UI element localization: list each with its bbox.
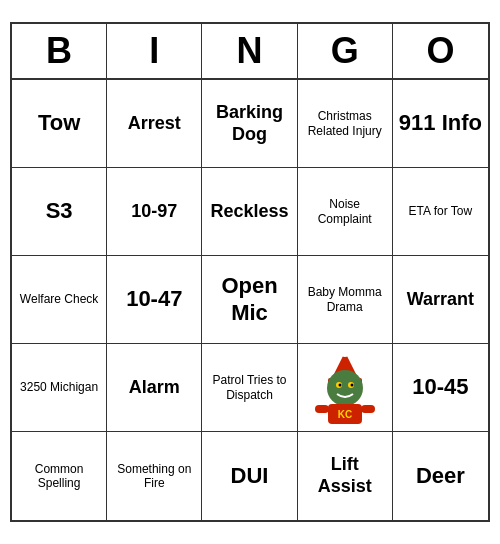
cell-text: Barking Dog [206, 102, 292, 145]
bingo-cell: 10-47 [107, 256, 202, 344]
bingo-cell: Tow [12, 80, 107, 168]
header-letter: I [107, 24, 202, 78]
cell-text: Warrant [407, 289, 474, 311]
bingo-cell: S3 [12, 168, 107, 256]
svg-point-3 [327, 370, 363, 406]
bingo-cell: Patrol Tries to Dispatch [202, 344, 297, 432]
cell-text: Noise Complaint [302, 197, 388, 226]
bingo-cell: KC [298, 344, 393, 432]
cell-text: Tow [38, 110, 80, 136]
header-letter: O [393, 24, 488, 78]
bingo-cell: Something on Fire [107, 432, 202, 520]
cell-text: Alarm [129, 377, 180, 399]
bingo-cell: Welfare Check [12, 256, 107, 344]
bingo-cell: 911 Info [393, 80, 488, 168]
cell-text: DUI [231, 463, 269, 489]
cell-text: Deer [416, 463, 465, 489]
header-letter: B [12, 24, 107, 78]
bingo-cell: Noise Complaint [298, 168, 393, 256]
cell-text: Welfare Check [20, 292, 98, 306]
cell-text: 3250 Michigan [20, 380, 98, 394]
cell-text: Reckless [210, 201, 288, 223]
svg-point-7 [350, 384, 353, 387]
bingo-cell: Arrest [107, 80, 202, 168]
cell-text: Open Mic [206, 273, 292, 326]
svg-point-6 [338, 384, 341, 387]
header-letter: G [298, 24, 393, 78]
cell-text: Christmas Related Injury [302, 109, 388, 138]
bingo-cell: Warrant [393, 256, 488, 344]
svg-point-2 [341, 350, 349, 357]
cell-text: 10-97 [131, 201, 177, 223]
grinch-chiefs-image: KC [302, 348, 388, 427]
bingo-cell: Baby Momma Drama [298, 256, 393, 344]
bingo-cell: Barking Dog [202, 80, 297, 168]
bingo-card: BINGO TowArrestBarking DogChristmas Rela… [10, 22, 490, 522]
cell-text: 10-45 [412, 374, 468, 400]
header-letter: N [202, 24, 297, 78]
bingo-cell: Alarm [107, 344, 202, 432]
bingo-cell: DUI [202, 432, 297, 520]
bingo-header: BINGO [12, 24, 488, 80]
cell-text: Baby Momma Drama [302, 285, 388, 314]
cell-text: ETA for Tow [409, 204, 473, 218]
bingo-cell: 3250 Michigan [12, 344, 107, 432]
bingo-cell: Christmas Related Injury [298, 80, 393, 168]
cell-text: 911 Info [399, 110, 482, 136]
svg-rect-10 [315, 405, 329, 413]
bingo-cell: Common Spelling [12, 432, 107, 520]
cell-text: Something on Fire [111, 462, 197, 491]
bingo-cell: Open Mic [202, 256, 297, 344]
cell-text: Common Spelling [16, 462, 102, 491]
cell-text: Patrol Tries to Dispatch [206, 373, 292, 402]
cell-text: Arrest [128, 113, 181, 135]
bingo-cell: 10-45 [393, 344, 488, 432]
bingo-cell: Reckless [202, 168, 297, 256]
bingo-cell: ETA for Tow [393, 168, 488, 256]
bingo-cell: 10-97 [107, 168, 202, 256]
cell-text: Lift Assist [302, 454, 388, 497]
bingo-cell: Deer [393, 432, 488, 520]
svg-text:KC: KC [337, 409, 351, 420]
bingo-cell: Lift Assist [298, 432, 393, 520]
svg-rect-11 [361, 405, 375, 413]
cell-text: S3 [46, 198, 73, 224]
cell-text: 10-47 [126, 286, 182, 312]
bingo-grid: TowArrestBarking DogChristmas Related In… [12, 80, 488, 520]
